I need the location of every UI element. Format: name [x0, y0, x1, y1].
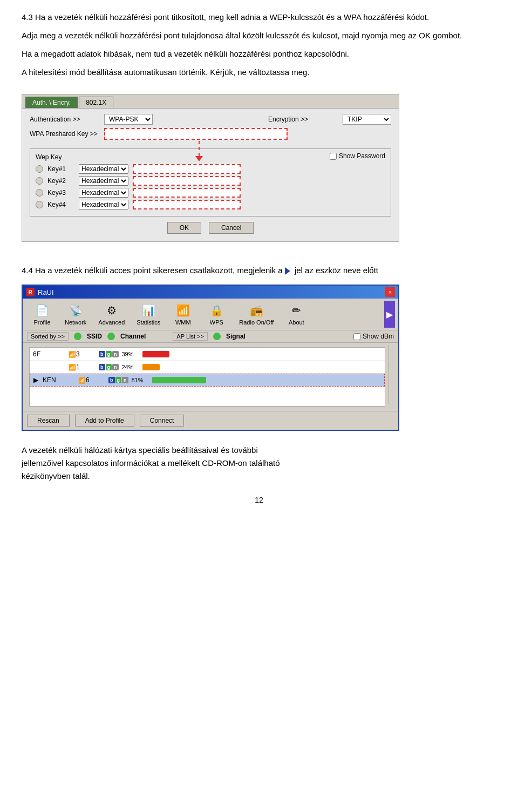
wps-label: WPS: [210, 319, 223, 326]
key4-radio[interactable]: [36, 201, 43, 208]
enc-label: Encryption >>: [268, 116, 338, 123]
key4-select[interactable]: Hexadecimal: [79, 200, 128, 209]
key2-select[interactable]: Hexadecimal: [79, 176, 128, 186]
key2-row: Key#2 Hexadecimal: [36, 176, 385, 186]
bottom-line1: A vezeték nélküli hálózati kártya speciá…: [22, 444, 496, 457]
key3-radio[interactable]: [36, 189, 43, 197]
badge-g-row3: g: [115, 377, 122, 383]
list-row-ken[interactable]: ▶ KEN 📶6 b g n 81%: [30, 374, 385, 387]
wifi-icon-row3: 📶: [78, 377, 86, 383]
key3-input[interactable]: [133, 188, 241, 198]
list-row-empty[interactable]: 📶1 b g n 24%: [30, 361, 385, 374]
toolbar-advanced[interactable]: ⚙ Advanced: [93, 301, 130, 328]
auth-select[interactable]: WPA-PSK: [104, 114, 153, 125]
wep-tabs: Auth. \ Encry. 802.1X: [22, 94, 399, 109]
ok-button[interactable]: OK: [167, 222, 201, 234]
wmm-icon: 📶: [174, 303, 192, 318]
key1-label: Key#1: [47, 165, 74, 173]
badge-b-row1: b: [99, 351, 105, 357]
add-profile-button[interactable]: Add to Profile: [75, 415, 134, 427]
connect-button[interactable]: Connect: [140, 415, 185, 427]
network-label: Network: [65, 319, 86, 326]
row3-badges: b g n: [108, 377, 128, 383]
row3-channel: 📶6: [78, 376, 105, 384]
key3-select[interactable]: Hexadecimal: [79, 188, 128, 198]
raui-list-header: Sorted by >> SSID Channel AP List >> Sig…: [23, 330, 398, 343]
toolbar-network[interactable]: 📡 Network: [59, 301, 92, 328]
raui-app-icon: R: [26, 288, 35, 296]
toolbar-profile[interactable]: 📄 Profile: [26, 301, 58, 328]
toolbar-arrow-button[interactable]: ▶: [384, 301, 395, 328]
row3-signal-bar: [152, 377, 206, 383]
wifi-icon-row1: 📶: [69, 351, 76, 357]
bottom-line2: jellemzőivel kapcsolatos információkat a…: [22, 457, 496, 470]
section-43-text3: Ha a megadott adatok hibásak, nem tud a …: [22, 48, 496, 60]
badge-n-row3: n: [122, 377, 128, 383]
key1-row: Key#1 Hexadecimal: [36, 164, 385, 174]
row2-signal-pct: 24%: [122, 364, 139, 370]
about-label: About: [289, 319, 304, 326]
radio-icon: 📻: [248, 303, 265, 318]
cancel-button[interactable]: Cancel: [209, 222, 254, 234]
key3-label: Key#3: [47, 189, 74, 197]
radio-label: Radio On/Off: [239, 319, 274, 326]
row3-signal-pct: 81%: [132, 377, 149, 383]
raui-titlebar: R RaUI ×: [23, 286, 398, 299]
preshared-label: WPA Preshared Key >>: [30, 130, 100, 138]
rescan-button[interactable]: Rescan: [27, 415, 70, 427]
raui-close-button[interactable]: ×: [385, 287, 395, 297]
showdbm-label: Show dBm: [363, 333, 394, 340]
row2-badges: b g n: [99, 364, 119, 370]
sort-button[interactable]: Sorted by >>: [27, 332, 69, 341]
profile-icon: 📄: [33, 303, 51, 318]
badge-b-row3: b: [108, 377, 115, 383]
advanced-icon: ⚙: [103, 303, 120, 318]
key1-select[interactable]: Hexadecimal: [79, 164, 128, 174]
ssid-column-header: SSID: [87, 333, 102, 340]
wep-tab-auth[interactable]: Auth. \ Encry.: [25, 97, 78, 108]
toolbar-wps[interactable]: 🔒 WPS: [200, 301, 233, 328]
show-password-checkbox[interactable]: [330, 153, 337, 160]
row1-channel: 📶3: [69, 350, 96, 358]
row1-badges: b g n: [99, 351, 119, 357]
section-44-text: 4.4 Ha a vezeték nélküli acces point sik…: [22, 266, 496, 275]
bottom-line3: kézikönyvben talál.: [22, 470, 496, 483]
list-scrollbar[interactable]: [388, 345, 395, 404]
section-43-text1: 4.3 Ha a vezeték nélküli hozzáférési pon…: [22, 11, 496, 24]
row1-ssid: 6F: [33, 350, 65, 358]
key2-input[interactable]: [133, 176, 241, 186]
wep-body: Authentication >> WPA-PSK Encryption >> …: [22, 109, 399, 241]
raui-title: RaUI: [38, 288, 54, 296]
toolbar-wmm[interactable]: 📶 WMM: [167, 301, 199, 328]
signal-column-header: Signal: [226, 333, 246, 340]
row3-signal-fill: [152, 377, 206, 383]
bottom-text: A vezeték nélküli hálózati kártya speciá…: [22, 444, 496, 483]
wep-tab-8021x[interactable]: 802.1X: [79, 97, 113, 108]
badge-g-row2: g: [106, 364, 112, 370]
toolbar-statistics[interactable]: 📊 Statistics: [131, 301, 166, 328]
profile-label: Profile: [33, 319, 50, 326]
toolbar-about[interactable]: ✏ About: [280, 301, 312, 328]
toolbar-radio[interactable]: 📻 Radio On/Off: [234, 301, 279, 328]
arrow-right-icon: [285, 267, 290, 275]
about-icon: ✏: [288, 303, 305, 318]
badge-b-row2: b: [99, 364, 105, 370]
preshared-key-input[interactable]: [104, 128, 288, 140]
key2-radio[interactable]: [36, 177, 43, 185]
aplist-button[interactable]: AP List >>: [173, 332, 208, 341]
showdbm-checkbox[interactable]: [353, 333, 360, 340]
network-icon: 📡: [67, 303, 84, 318]
key3-row: Key#3 Hexadecimal: [36, 188, 385, 198]
key1-input[interactable]: [133, 164, 241, 174]
list-row-6f[interactable]: 6F 📶3 b g n 39%: [30, 348, 385, 361]
preshared-input-wrapper: [104, 128, 391, 140]
raui-bottom-buttons: Rescan Add to Profile Connect: [23, 411, 398, 430]
row1-signal-fill: [142, 351, 169, 357]
key4-input[interactable]: [133, 200, 241, 209]
raui-titlebar-left: R RaUI: [26, 288, 54, 296]
raui-list-area: 6F 📶3 b g n 39% 📶1: [26, 345, 395, 409]
badge-n-row1: n: [112, 351, 119, 357]
enc-select[interactable]: TKIP: [343, 114, 391, 125]
key1-radio[interactable]: [36, 165, 43, 173]
wep-dialog-buttons: OK Cancel: [30, 222, 391, 234]
